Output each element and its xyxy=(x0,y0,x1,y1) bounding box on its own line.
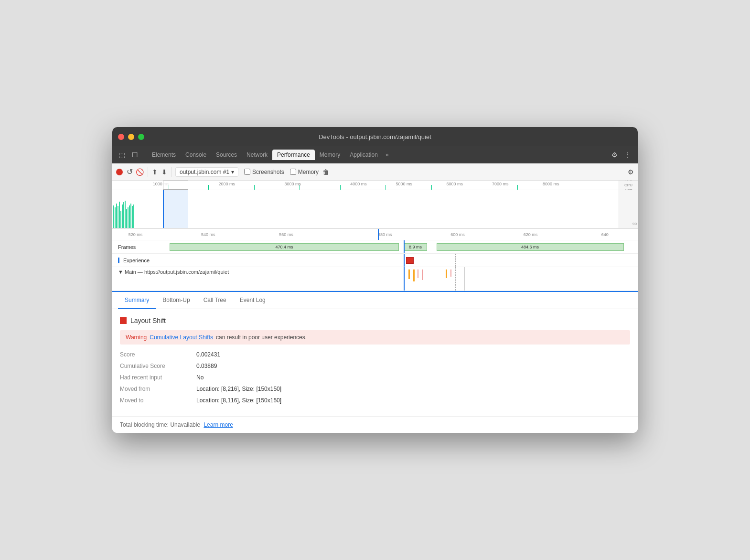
more-icon[interactable]: ⋮ xyxy=(621,149,634,161)
summary-content: Layout Shift Warning Cumulative Layout S… xyxy=(112,309,638,416)
main-row: ▼ Main — https://output.jsbin.com/zajami… xyxy=(112,267,638,291)
ruler-560: 560 ms xyxy=(279,232,293,237)
tick-mark xyxy=(254,185,255,190)
minimize-button[interactable] xyxy=(128,134,134,140)
close-button[interactable] xyxy=(118,134,124,140)
value-90: 90 xyxy=(632,222,637,226)
reload-button[interactable]: ↺ xyxy=(127,167,133,176)
fps-bar xyxy=(125,201,126,228)
score-val: 0.002431 xyxy=(196,351,220,358)
capture-settings-icon[interactable]: ⚙ xyxy=(628,168,634,176)
detail-timeline: 520 ms 540 ms 560 ms 580 ms 600 ms 620 m… xyxy=(112,229,638,292)
learn-more-link[interactable]: Learn more xyxy=(204,421,233,428)
bottom-panel: Summary Bottom-Up Call Tree Event Log La… xyxy=(112,292,638,433)
ruler-label: 5000 ms xyxy=(396,182,413,186)
recent-input-row: Had recent input No xyxy=(120,374,630,381)
layout-shift-title-text: Layout Shift xyxy=(130,317,166,324)
tab-memory[interactable]: Memory xyxy=(315,150,345,160)
record-button[interactable] xyxy=(116,169,123,175)
experience-row: Experience xyxy=(112,254,638,267)
maximize-button[interactable] xyxy=(138,134,144,140)
tab-elements[interactable]: Elements xyxy=(147,150,181,160)
fps-bar xyxy=(116,204,117,228)
select-element-icon[interactable]: ⬚ xyxy=(116,149,128,161)
cumulative-score-row: Cumulative Score 0.03889 xyxy=(120,363,630,369)
settings-icon[interactable]: ⚙ xyxy=(609,149,621,161)
tick-mark xyxy=(563,185,563,190)
tab-sources[interactable]: Sources xyxy=(211,150,242,160)
fps-bar xyxy=(120,211,121,228)
cumulative-layout-shifts-link[interactable]: Cumulative Layout Shifts xyxy=(150,334,213,341)
tick-mark xyxy=(477,185,477,190)
ruler-label: 6000 ms xyxy=(447,182,463,186)
frame-bar-3: 484.6 ms xyxy=(437,243,624,251)
ruler-620: 620 ms xyxy=(524,232,538,237)
fps-bar xyxy=(129,205,130,228)
memory-checkbox-label[interactable]: Memory xyxy=(290,169,319,175)
moved-from-row: Moved from Location: [8,216], Size: [150… xyxy=(120,386,630,392)
fps-bar xyxy=(115,207,116,228)
cpu-side-label: CPU xyxy=(624,183,632,187)
detail-ruler: 520 ms 540 ms 560 ms 580 ms 600 ms 620 m… xyxy=(112,229,638,240)
ruler-640: 640 xyxy=(601,232,609,237)
main-toolbar: ⬚ ☐ Elements Console Sources Network Per… xyxy=(112,146,638,163)
fps-bar xyxy=(122,205,123,228)
trash-icon[interactable]: 🗑 xyxy=(322,168,329,176)
device-toggle-icon[interactable]: ☐ xyxy=(129,149,141,161)
fps-bar xyxy=(130,204,131,228)
moved-to-row: Moved to Location: [8,116], Size: [150x1… xyxy=(120,397,630,404)
fps-bar xyxy=(119,202,120,228)
download-icon[interactable]: ⬇ xyxy=(161,168,167,176)
screenshots-checkbox-label[interactable]: Screenshots xyxy=(244,169,284,175)
memory-checkbox[interactable] xyxy=(290,169,296,175)
warning-text: can result in poor user experiences. xyxy=(216,334,307,341)
tick-mark xyxy=(431,185,432,190)
panel-tabs: Summary Bottom-Up Call Tree Event Log xyxy=(112,292,638,309)
tab-performance[interactable]: Performance xyxy=(272,150,315,160)
layout-shift-indicator xyxy=(406,257,414,264)
main-bar-5 xyxy=(446,269,447,278)
cumulative-score-val: 0.03889 xyxy=(196,363,217,369)
frame-bar-2: 8.9 ms xyxy=(404,243,427,251)
recent-input-val: No xyxy=(196,374,204,381)
screenshots-checkbox[interactable] xyxy=(244,169,250,175)
panel-tab-bottom-up[interactable]: Bottom-Up xyxy=(156,292,196,309)
tab-console[interactable]: Console xyxy=(181,150,211,160)
tab-network[interactable]: Network xyxy=(242,150,272,160)
ruler-label: 8000 ms xyxy=(543,182,559,186)
upload-icon[interactable]: ⬆ xyxy=(152,168,158,176)
target-selector[interactable]: output.jsbin.com #1 ▾ xyxy=(175,167,238,177)
overview-ruler: 1000 ms 2000 ms 3000 ms 4000 ms 5000 ms … xyxy=(112,181,638,190)
ruler-520: 520 ms xyxy=(129,232,143,237)
moved-from-val: Location: [8,216], Size: [150x150] xyxy=(196,386,281,392)
footer-text: Total blocking time: Unavailable xyxy=(120,421,200,428)
fps-bar xyxy=(113,205,114,228)
recent-input-key: Had recent input xyxy=(120,374,196,381)
fps-cpu-net-area: 90 xyxy=(112,190,638,228)
panel-tab-summary[interactable]: Summary xyxy=(118,292,156,309)
titlebar: DevTools - output.jsbin.com/zajamil/quie… xyxy=(112,127,638,146)
panel-tab-call-tree[interactable]: Call Tree xyxy=(197,292,233,309)
warning-banner: Warning Cumulative Layout Shifts can res… xyxy=(120,330,630,345)
tab-more[interactable]: » xyxy=(383,150,392,160)
moved-from-key: Moved from xyxy=(120,386,196,392)
selection-range[interactable] xyxy=(163,181,188,190)
ruler-540: 540 ms xyxy=(201,232,215,237)
panel-tab-event-log[interactable]: Event Log xyxy=(233,292,272,309)
tick-mark xyxy=(208,185,209,190)
timeline-area: 1000 ms 2000 ms 3000 ms 4000 ms 5000 ms … xyxy=(112,181,638,229)
fps-bar xyxy=(133,205,134,228)
tab-application[interactable]: Application xyxy=(345,150,383,160)
window-title: DevTools - output.jsbin.com/zajamil/quie… xyxy=(319,133,431,140)
main-cursor xyxy=(404,267,405,291)
warning-label: Warning xyxy=(126,334,147,341)
frames-label: Frames xyxy=(118,244,175,250)
toolbar-sep1 xyxy=(148,167,148,177)
clear-button[interactable]: 🚫 xyxy=(136,168,144,176)
ruler-label: 3000 ms xyxy=(284,182,301,186)
main-bar-2 xyxy=(413,269,415,281)
score-row: Score 0.002431 xyxy=(120,351,630,358)
main-bar-6 xyxy=(450,269,451,277)
toolbar-sep2 xyxy=(171,167,171,177)
fps-bar xyxy=(126,209,127,228)
